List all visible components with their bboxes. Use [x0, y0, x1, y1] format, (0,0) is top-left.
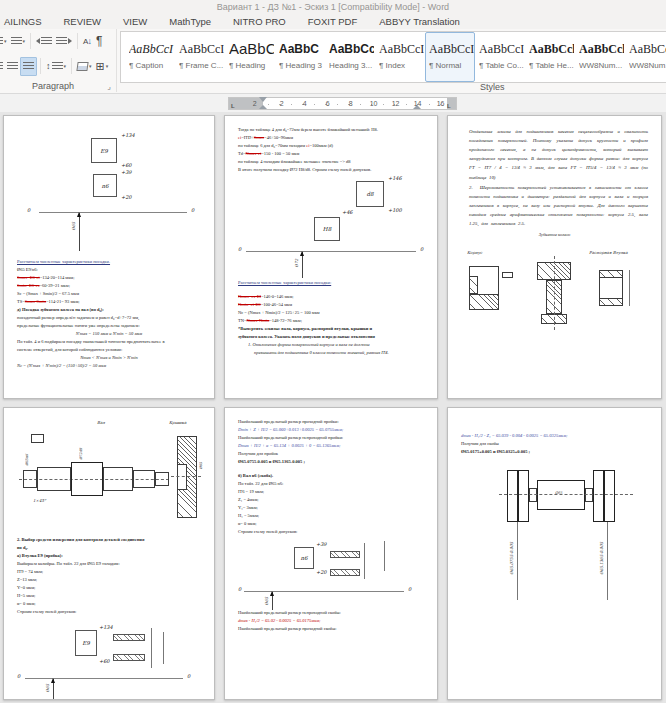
- dim-label: +39: [121, 169, 132, 175]
- word-window: Вариант 1 - ДЗ №1 - Эскиз 1 [Compatibili…: [0, 0, 666, 703]
- dim-label: +100: [388, 207, 402, 213]
- page-6[interactable]: dmax - H₁/2 - Z₁ = 65.039 - 0.004 - 0.00…: [447, 407, 662, 700]
- ruler-right-margin: L: [447, 98, 456, 109]
- ruler-number: 16: [437, 100, 445, 107]
- zero-line: [25, 678, 183, 679]
- style-ww8num2[interactable]: AaBbCcWW8Num...: [625, 32, 666, 82]
- dim-label: Ø65n6: [25, 454, 29, 466]
- borders-icon[interactable]: ⊞▾: [94, 58, 111, 75]
- page-3[interactable]: Отдельные эскизы для подшипников качения…: [447, 115, 662, 399]
- page-5[interactable]: Наибольший предельный размер проходной п…: [224, 407, 438, 700]
- style-index[interactable]: AaBbCcI¶ Index: [375, 32, 425, 82]
- text-line: Z=13 мкм;: [17, 577, 201, 584]
- text-line: Наибольший предельный размер проходной с…: [238, 626, 424, 633]
- decrease-indent-icon[interactable]: [34, 33, 54, 50]
- paragraph-dialog-launcher-icon[interactable]: ⌟: [107, 82, 111, 91]
- formula-line: Nmax < N′max и Nmin > N′min: [17, 355, 201, 362]
- roughness-symbol: [31, 434, 44, 443]
- shaft-step: [155, 472, 169, 486]
- line-spacing-icon[interactable]: ↕▾: [44, 58, 68, 75]
- ruler-number: 6: [326, 100, 330, 107]
- chamfer-note: 1×45°: [33, 498, 46, 503]
- ruler-number: 12: [392, 100, 400, 107]
- text-line: а) Втулка E9 (пробка):: [17, 553, 201, 560]
- shaft-and-cap-sketch: Вал Крышка Ø65n6 Ø72d8 1×45° Ø65: [17, 418, 201, 536]
- horizontal-ruler[interactable]: L 2 2 4 6 8 10 12 14 16 L: [228, 97, 457, 110]
- sort-icon[interactable]: А↓: [81, 33, 94, 50]
- tab-foxit-pdf[interactable]: FOXIT PDF: [297, 16, 368, 27]
- arrowhead: [300, 251, 304, 256]
- text-line: TN=Nmax-Nmin=148-72=76 мкм;: [238, 318, 424, 325]
- centerline: [499, 494, 633, 495]
- zero-label: 0: [238, 586, 241, 592]
- dim-label: Ø65.1365-0.005: [599, 542, 604, 575]
- tolerance-box: H8: [314, 217, 340, 241]
- tab-review[interactable]: REVIEW: [53, 16, 112, 27]
- page-2[interactable]: Тогда по таблице 4 для d₆=72мм берем выс…: [224, 115, 438, 399]
- style-heading[interactable]: AaBbC¶ Heading: [225, 32, 275, 82]
- tab-abbyy-translation[interactable]: ABBYY Translation: [368, 16, 471, 27]
- justify-icon[interactable]: [20, 57, 37, 76]
- sketch-label: Крышка: [169, 420, 186, 425]
- tab-mathtype[interactable]: MathType: [158, 16, 222, 27]
- style-table-heading[interactable]: AaBbCcl¶ Table He...: [525, 32, 575, 82]
- text-line: IT6 = 19 мкм;: [238, 489, 424, 496]
- tab-view[interactable]: VIEW: [112, 16, 158, 27]
- style-heading-3-char[interactable]: AaBbCcHeading 3...: [325, 32, 375, 82]
- zero-label: 0: [17, 673, 20, 679]
- numbered-list-icon[interactable]: ▾: [0, 33, 9, 50]
- increase-indent-icon[interactable]: [54, 33, 74, 50]
- style-caption[interactable]: AaBbCcI¶ Caption: [125, 32, 175, 82]
- sketches-strip: Корпус Распорная Втулка: [461, 240, 648, 352]
- style-normal-selected[interactable]: AaBbCcI¶ Normal: [425, 32, 475, 82]
- gauge-block: [518, 470, 529, 522]
- tab-stop-icon[interactable]: L: [231, 103, 235, 109]
- text-line: α= 0 мкм;: [238, 521, 424, 528]
- style-heading-3[interactable]: AaBbC¶ Heading 3: [275, 32, 325, 82]
- text-line: Nc = (Nmax + Nmin)/2 = 125+25 = 100 мкм: [238, 310, 424, 317]
- align-center-icon[interactable]: [5, 58, 20, 75]
- text-line: предельные функциональные натяги уже опр…: [17, 323, 201, 330]
- axis-label: Ø65: [71, 222, 76, 230]
- shading-icon[interactable]: ▾: [75, 58, 94, 75]
- tab-stop-icon[interactable]: L: [447, 103, 451, 109]
- zero-line: [246, 251, 416, 252]
- page-1[interactable]: E9 +134 +60 n6 +39 +20 0 0 Ø65 Рассчитае…: [3, 115, 215, 399]
- formula-line: dmax - H₁/2 = 65.02 - 0.0025 = 65.0175мк…: [238, 618, 424, 625]
- styles-group-label: Styles: [480, 82, 505, 92]
- style-table-contents[interactable]: AaBbCcI¶ Table Co...: [475, 32, 525, 82]
- hatch-shape: [599, 270, 623, 278]
- style-ww8num1[interactable]: AaBbCclWW8Num...: [575, 32, 625, 82]
- sketch-caption: Зубчатое колесо: [461, 232, 648, 239]
- tolerance-box: d8: [356, 181, 384, 207]
- text-line: Наибольший предельный размер непроходной…: [238, 610, 424, 617]
- shaft-step: [103, 467, 133, 491]
- tab-mailings[interactable]: AILINGS: [0, 16, 53, 27]
- style-frame-contents[interactable]: AaBbCcI¶ Frame C...: [175, 32, 225, 82]
- centerline: [171, 476, 201, 477]
- tolerance-box: n6: [93, 174, 117, 197]
- tab-nitro-pro[interactable]: NITRO PRO: [222, 16, 297, 27]
- dim-line: [151, 628, 152, 668]
- first-line-indent-marker[interactable]: [259, 97, 267, 102]
- gauge-zone: [113, 654, 145, 661]
- tolerance-diagram-h8-d8: d8 +146 +100 H8 +46 0 0 Ø72: [238, 175, 424, 279]
- ruler-number: 14: [414, 100, 422, 107]
- page-4[interactable]: Вал Крышка Ø65n6 Ø72d8 1×45° Ø65 2. Выбо…: [3, 407, 215, 700]
- gauge-diagram-e9: E9 +134 +60 0 0 Ø65: [17, 620, 201, 692]
- show-paragraph-marks-icon[interactable]: ¶: [94, 33, 104, 50]
- text-line: По табл. 22 для Ø65 n6:: [238, 481, 424, 488]
- formula-line: dmax - H₁/2 - Z₁ = 65.039 - 0.004 - 0.00…: [461, 433, 648, 440]
- zero-line: [39, 212, 187, 213]
- separator: [30, 33, 31, 49]
- hanging-indent-marker[interactable]: [259, 105, 267, 109]
- ruler-number: 2: [280, 100, 284, 107]
- text-line: Получим для скобы: [461, 441, 648, 448]
- multilevel-list-icon[interactable]: ▾: [9, 33, 28, 50]
- dim-line: [384, 541, 385, 571]
- text-line: Ø65.0175+0.005 и Ø65.0325+0.005 ;: [461, 449, 648, 456]
- ruler-number: 2: [253, 100, 257, 107]
- tolerance-diagram-e9-n6: E9 +134 +60 n6 +39 +20 0 0 Ø65: [17, 126, 201, 258]
- text-line: 2. Выбор средств измерения для контроля …: [17, 537, 201, 544]
- dim-label: Ø65: [555, 491, 562, 495]
